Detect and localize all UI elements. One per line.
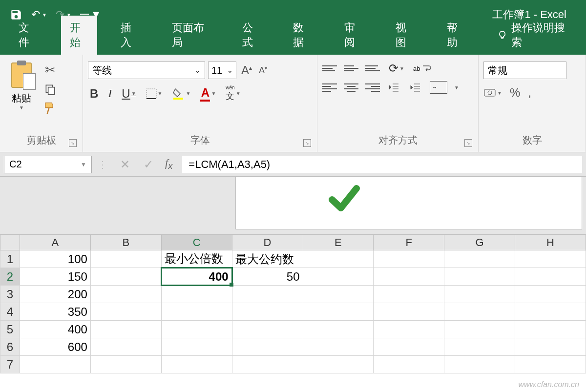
cell-C4[interactable] xyxy=(161,303,232,321)
cell-C3[interactable] xyxy=(161,286,232,303)
cell-D5[interactable] xyxy=(232,321,303,338)
formula-bar[interactable]: =LCM(A1,A3,A5) xyxy=(182,156,582,173)
cell-A2[interactable]: 150 xyxy=(20,268,90,286)
cell-H2[interactable] xyxy=(515,268,586,286)
cell-A3[interactable]: 200 xyxy=(20,286,90,303)
bold-button[interactable]: B xyxy=(88,87,100,101)
cell-A1[interactable]: 100 xyxy=(20,250,90,268)
row-head-3[interactable]: 3 xyxy=(0,286,20,303)
cell-E4[interactable] xyxy=(303,303,374,321)
cell-E1[interactable] xyxy=(303,250,374,268)
cell-D1[interactable]: 最大公约数 xyxy=(232,250,303,268)
select-all-corner[interactable] xyxy=(0,235,20,250)
col-head-A[interactable]: A xyxy=(20,235,90,250)
cell-G1[interactable] xyxy=(444,250,515,268)
row-head-6[interactable]: 6 xyxy=(0,338,20,356)
align-bottom-button[interactable] xyxy=(365,62,380,75)
currency-button[interactable]: ▼ xyxy=(483,87,502,98)
cell-H6[interactable] xyxy=(515,338,586,356)
tab-layout[interactable]: 页面布局 xyxy=(163,16,218,55)
orientation-button[interactable]: ⟳▼ xyxy=(387,62,406,75)
cell-C2[interactable]: 400 xyxy=(161,268,232,286)
font-name-select[interactable]: 等线⌄ xyxy=(88,62,205,79)
cell-F1[interactable] xyxy=(374,250,444,268)
cell-F4[interactable] xyxy=(374,303,444,321)
row-head-4[interactable]: 4 xyxy=(0,303,20,321)
underline-button[interactable]: U▼ xyxy=(120,87,138,101)
cell-A7[interactable] xyxy=(20,356,90,373)
cell-B2[interactable] xyxy=(90,268,161,286)
row-head-5[interactable]: 5 xyxy=(0,321,20,338)
cell-F5[interactable] xyxy=(374,321,444,338)
cut-button[interactable]: ✂ xyxy=(42,62,59,77)
decrease-font-button[interactable]: A▾ xyxy=(257,65,269,76)
cell-G6[interactable] xyxy=(444,338,515,356)
tab-home[interactable]: 开始 xyxy=(61,16,98,55)
cell-G3[interactable] xyxy=(444,286,515,303)
align-middle-button[interactable] xyxy=(344,62,358,75)
cell-B5[interactable] xyxy=(90,321,161,338)
cell-E7[interactable] xyxy=(303,356,374,373)
cell-C5[interactable] xyxy=(161,321,232,338)
cell-C6[interactable] xyxy=(161,338,232,356)
cancel-formula-button[interactable]: ✕ xyxy=(113,158,137,171)
tab-formulas[interactable]: 公式 xyxy=(233,16,270,55)
col-head-C[interactable]: C xyxy=(161,235,232,250)
cell-H1[interactable] xyxy=(515,250,586,268)
border-button[interactable]: ▼ xyxy=(144,88,165,99)
increase-indent-button[interactable] xyxy=(408,83,423,92)
cell-F6[interactable] xyxy=(374,338,444,356)
cell-E2[interactable] xyxy=(303,268,374,286)
cell-E5[interactable] xyxy=(303,321,374,338)
merge-button[interactable]: ↔ xyxy=(430,81,447,94)
phonetic-button[interactable]: wén文▼ xyxy=(224,85,242,102)
tab-file[interactable]: 文件 xyxy=(10,16,46,55)
font-launcher[interactable]: ↘ xyxy=(303,139,311,147)
tab-insert[interactable]: 插入 xyxy=(112,16,148,55)
cell-B6[interactable] xyxy=(90,338,161,356)
copy-button[interactable] xyxy=(42,82,59,97)
col-head-B[interactable]: B xyxy=(90,235,161,250)
formula-bar-expanded[interactable] xyxy=(235,177,582,229)
italic-button[interactable]: I xyxy=(106,87,114,100)
cell-H5[interactable] xyxy=(515,321,586,338)
cell-H4[interactable] xyxy=(515,303,586,321)
align-top-button[interactable] xyxy=(322,62,337,75)
tab-data[interactable]: 数据 xyxy=(284,16,321,55)
col-head-D[interactable]: D xyxy=(232,235,303,250)
cell-G2[interactable] xyxy=(444,268,515,286)
cell-A6[interactable]: 600 xyxy=(20,338,90,356)
tell-me-search[interactable]: 操作说明搜索 xyxy=(489,16,576,55)
cell-H7[interactable] xyxy=(515,356,586,373)
cell-D7[interactable] xyxy=(232,356,303,373)
cell-C1[interactable]: 最小公倍数 xyxy=(161,250,232,268)
paste-button[interactable]: 粘贴 ▼ xyxy=(5,59,38,131)
align-right-button[interactable] xyxy=(365,81,380,94)
cell-B3[interactable] xyxy=(90,286,161,303)
align-center-button[interactable] xyxy=(344,81,358,94)
cell-D3[interactable] xyxy=(232,286,303,303)
cell-A5[interactable]: 400 xyxy=(20,321,90,338)
cell-C7[interactable] xyxy=(161,356,232,373)
fill-color-button[interactable]: ▼ xyxy=(170,87,193,100)
cell-F3[interactable] xyxy=(374,286,444,303)
percent-button[interactable]: % xyxy=(510,86,520,100)
col-head-G[interactable]: G xyxy=(444,235,515,250)
cell-A4[interactable]: 350 xyxy=(20,303,90,321)
font-size-select[interactable]: 11⌄ xyxy=(208,62,236,79)
col-head-H[interactable]: H xyxy=(515,235,586,250)
wrap-text-button[interactable]: ab xyxy=(413,64,431,73)
fx-icon[interactable]: fx xyxy=(160,157,177,171)
cell-G5[interactable] xyxy=(444,321,515,338)
cell-E3[interactable] xyxy=(303,286,374,303)
align-left-button[interactable] xyxy=(322,81,337,94)
enter-formula-button[interactable]: ✓ xyxy=(137,158,160,171)
cell-G7[interactable] xyxy=(444,356,515,373)
row-head-7[interactable]: 7 xyxy=(0,356,20,373)
name-box[interactable]: C2▼ xyxy=(4,156,92,173)
number-format-select[interactable]: 常规 xyxy=(483,62,566,79)
format-painter-button[interactable] xyxy=(42,102,59,116)
cell-D4[interactable] xyxy=(232,303,303,321)
increase-font-button[interactable]: A▴ xyxy=(239,63,254,77)
cell-B4[interactable] xyxy=(90,303,161,321)
